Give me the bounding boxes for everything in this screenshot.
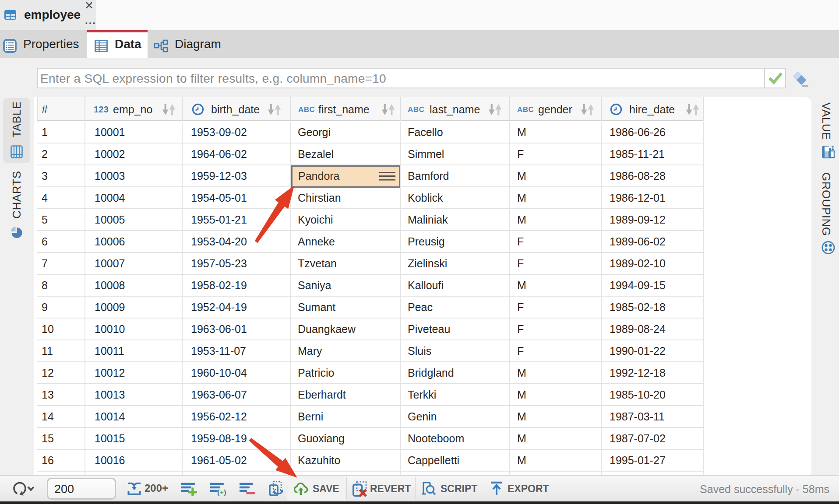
svg-text:+: + (220, 488, 224, 496)
svg-text:): ) (224, 488, 226, 496)
